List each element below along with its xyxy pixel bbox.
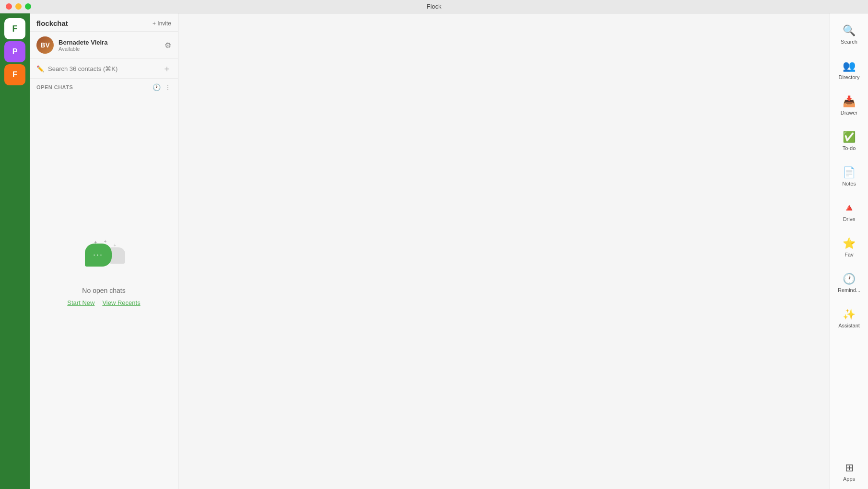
- chat-illustration: ✦ + + ···: [80, 239, 128, 277]
- app-container: F P F flockchat + Invite BV Bernadete Vi…: [0, 13, 868, 489]
- open-chats-header: OPEN CHATS 🕐 ⋮: [30, 79, 178, 94]
- directory-label: Directory: [838, 74, 859, 80]
- sidebar-item-search[interactable]: 🔍 Search: [832, 17, 867, 52]
- assistant-icon: ✨: [843, 308, 856, 321]
- window-controls[interactable]: [6, 3, 31, 10]
- no-chats-message: No open chats: [82, 287, 125, 294]
- search-input[interactable]: [48, 65, 159, 72]
- notes-icon: 📄: [843, 166, 856, 179]
- user-status: Available: [59, 46, 160, 52]
- directory-icon: 👥: [843, 60, 856, 72]
- drawer-label: Drawer: [841, 110, 857, 116]
- bubble-main: ···: [85, 244, 112, 267]
- team-name: flockchat: [36, 19, 68, 27]
- close-button[interactable]: [6, 3, 12, 10]
- sidebar-item-todo[interactable]: ✅ To-do: [832, 124, 867, 158]
- drawer-icon: 📥: [843, 95, 856, 108]
- search-label: Search: [841, 39, 857, 45]
- sidebar-item-drawer[interactable]: 📥 Drawer: [832, 88, 867, 123]
- flock-main-icon[interactable]: F: [4, 18, 25, 39]
- team-f-icon[interactable]: F: [4, 64, 25, 85]
- sidebar-item-fav[interactable]: ⭐ Fav: [832, 230, 867, 265]
- window-title: Flock: [426, 3, 441, 10]
- start-new-button[interactable]: Start New: [67, 299, 94, 306]
- notes-label: Notes: [842, 181, 856, 186]
- title-bar: Flock: [0, 0, 868, 13]
- drive-label: Drive: [843, 216, 856, 222]
- reminders-icon: 🕐: [843, 273, 856, 285]
- team-p-icon[interactable]: P: [4, 41, 25, 62]
- todo-label: To-do: [843, 145, 856, 151]
- sidebar: flockchat + Invite BV Bernadete Vieira A…: [30, 13, 178, 489]
- app-icon-strip: F P F: [0, 13, 30, 489]
- reminders-label: Remind...: [838, 287, 860, 293]
- user-row: BV Bernadete Vieira Available ⚙: [30, 32, 178, 59]
- apps-label: Apps: [843, 476, 855, 482]
- apps-icon: ⊞: [845, 462, 854, 474]
- sidebar-item-drive[interactable]: 🔺 Drive: [832, 195, 867, 229]
- sidebar-item-notes[interactable]: 📄 Notes: [832, 159, 867, 194]
- avatar: BV: [36, 36, 54, 54]
- empty-chats: ✦ + + ··· No open chats Start New View R…: [30, 94, 178, 489]
- assistant-label: Assistant: [838, 323, 860, 328]
- minimize-button[interactable]: [15, 3, 22, 10]
- add-contact-button[interactable]: ＋: [163, 63, 171, 74]
- main-content: [178, 13, 830, 489]
- view-recents-button[interactable]: View Recents: [102, 299, 140, 306]
- bubble-dots: ···: [93, 250, 103, 260]
- search-icon: 🔍: [843, 24, 856, 37]
- drive-icon: 🔺: [843, 202, 856, 214]
- invite-button[interactable]: + Invite: [152, 20, 171, 27]
- sidebar-item-reminders[interactable]: 🕐 Remind...: [832, 266, 867, 300]
- search-bar: ✏️ ＋: [30, 59, 178, 79]
- settings-icon[interactable]: ⚙: [164, 41, 171, 50]
- sparkle-2: +: [104, 239, 107, 244]
- sidebar-header: flockchat + Invite: [30, 13, 178, 32]
- user-info: Bernadete Vieira Available: [59, 39, 160, 52]
- open-chats-label: OPEN CHATS: [36, 84, 73, 90]
- maximize-button[interactable]: [25, 3, 31, 10]
- recent-chats-button[interactable]: 🕐: [152, 83, 161, 91]
- header-actions: 🕐 ⋮: [152, 83, 171, 91]
- sidebar-item-apps[interactable]: ⊞ Apps: [832, 454, 867, 489]
- user-name: Bernadete Vieira: [59, 39, 160, 46]
- more-options-button[interactable]: ⋮: [164, 83, 171, 91]
- todo-icon: ✅: [843, 131, 856, 143]
- chat-links: Start New View Recents: [67, 299, 140, 306]
- sidebar-item-directory[interactable]: 👥 Directory: [832, 53, 867, 87]
- sparkle-3: +: [114, 243, 117, 248]
- right-sidebar: 🔍 Search 👥 Directory 📥 Drawer ✅ To-do 📄 …: [830, 13, 868, 489]
- fav-label: Fav: [845, 252, 853, 257]
- sidebar-item-assistant[interactable]: ✨ Assistant: [832, 301, 867, 336]
- edit-icon: ✏️: [36, 65, 44, 72]
- fav-icon: ⭐: [843, 237, 856, 250]
